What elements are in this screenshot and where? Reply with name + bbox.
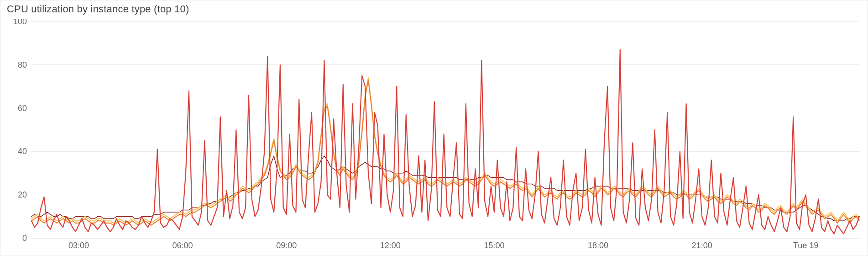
series-red: [31, 50, 859, 234]
chart-title: CPU utilization by instance type (top 10…: [0, 0, 868, 17]
x-tick-label: 15:00: [484, 241, 504, 250]
y-tick-label: 60: [18, 104, 27, 113]
y-tick-label: 20: [18, 190, 27, 199]
y-tick-label: 40: [18, 147, 27, 156]
x-tick-label: 12:00: [380, 241, 401, 250]
chart-area[interactable]: 02040608010003:0006:0009:0012:0015:0018:…: [6, 19, 864, 252]
x-tick-label: 06:00: [173, 241, 193, 250]
x-tick-label: 18:00: [588, 241, 608, 250]
chart-panel: CPU utilization by instance type (top 10…: [0, 0, 868, 256]
y-tick-label: 80: [18, 60, 27, 69]
chart-svg[interactable]: 02040608010003:0006:0009:0012:0015:0018:…: [6, 19, 864, 252]
y-tick-label: 0: [22, 234, 27, 243]
x-tick-label: 21:00: [692, 241, 712, 250]
x-tick-label: 09:00: [276, 241, 297, 250]
x-tick-label: 03:00: [68, 241, 89, 250]
y-tick-label: 100: [13, 19, 27, 26]
x-tick-label: Tue 19: [793, 241, 818, 250]
